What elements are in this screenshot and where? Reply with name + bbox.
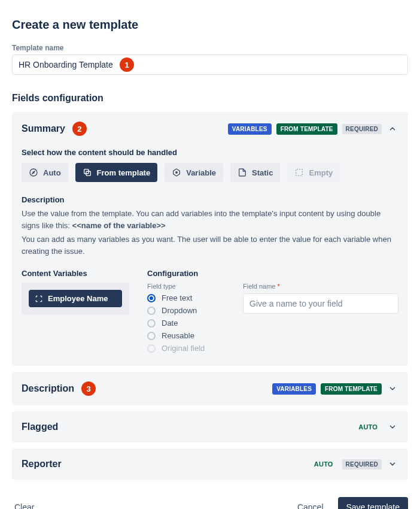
description-heading: Description — [22, 195, 398, 204]
summary-panel: Summary 2 VARIABLES FROM TEMPLATE REQUIR… — [12, 112, 408, 366]
template-name-input[interactable] — [12, 54, 408, 75]
save-template-button[interactable]: Save template — [338, 497, 409, 509]
radio-dropdown[interactable]: Dropdown — [147, 306, 225, 315]
hexagon-icon — [172, 168, 181, 177]
variable-chip-label: Employee Name — [48, 294, 108, 303]
mode-auto-label: Auto — [43, 168, 61, 177]
radio-icon — [147, 294, 156, 302]
svg-point-5 — [176, 172, 178, 174]
description-panel[interactable]: Description 3 VARIABLES FROM TEMPLATE — [12, 372, 408, 405]
reporter-panel-title: Reporter — [22, 459, 62, 469]
tag-auto: AUTO — [310, 458, 337, 470]
description-line1: Use the value from the template. You can… — [22, 208, 398, 231]
reporter-panel[interactable]: Reporter AUTO REQUIRED — [12, 449, 408, 480]
mode-empty-button[interactable]: Empty — [287, 163, 340, 182]
svg-marker-1 — [32, 171, 35, 174]
handling-label: Select how the content should be handled — [22, 148, 398, 157]
field-type-label: Field type — [147, 283, 225, 290]
tag-from-template: FROM TEMPLATE — [321, 383, 382, 395]
step-badge-1: 1 — [120, 57, 134, 72]
summary-title: Summary — [22, 123, 65, 134]
chevron-down-icon[interactable] — [386, 458, 398, 470]
radio-dropdown-label: Dropdown — [162, 306, 197, 315]
flagged-panel[interactable]: Flagged AUTO — [12, 411, 408, 443]
clear-button[interactable]: Clear — [12, 499, 36, 509]
dashed-square-icon — [294, 168, 304, 177]
radio-original-field: Original field — [147, 344, 225, 353]
tag-variables: VARIABLES — [272, 383, 316, 395]
page-title: Create a new template — [12, 18, 408, 32]
field-name-label: Field name * — [243, 283, 398, 290]
radio-icon — [147, 332, 156, 340]
radio-free-text-label: Free text — [162, 293, 192, 302]
radio-reusable-label: Reusable — [162, 331, 194, 340]
radio-icon — [147, 307, 156, 315]
variable-chip-employee-name[interactable]: Employee Name — [29, 290, 122, 307]
description-line2: You can add as many variables as you wan… — [22, 234, 398, 257]
step-badge-2: 2 — [72, 122, 87, 136]
template-name-label: Template name — [12, 44, 408, 52]
copy-icon — [83, 168, 92, 177]
compass-icon — [29, 168, 38, 177]
radio-date-label: Date — [162, 319, 178, 328]
cancel-button[interactable]: Cancel — [295, 499, 326, 509]
chevron-up-icon[interactable] — [386, 123, 398, 135]
tag-auto: AUTO — [354, 421, 382, 433]
chevron-down-icon[interactable] — [386, 383, 398, 395]
radio-reusable[interactable]: Reusable — [147, 331, 225, 340]
flagged-panel-title: Flagged — [22, 422, 58, 432]
tag-from-template: FROM TEMPLATE — [276, 123, 337, 135]
radio-free-text[interactable]: Free text — [147, 293, 225, 302]
radio-icon — [147, 344, 156, 353]
tag-required: REQUIRED — [342, 124, 382, 134]
step-badge-3: 3 — [81, 381, 96, 396]
radio-date[interactable]: Date — [147, 319, 225, 328]
mode-variable-label: Variable — [186, 168, 216, 177]
content-vars-title: Content Variables — [22, 269, 129, 278]
expand-icon — [35, 295, 43, 303]
file-icon — [238, 168, 247, 177]
mode-auto-button[interactable]: Auto — [22, 163, 68, 182]
fields-config-title: Fields configuration — [12, 93, 408, 104]
config-title: Configuration — [147, 269, 225, 278]
description-panel-title: Description — [22, 383, 74, 394]
radio-icon — [147, 319, 156, 328]
mode-empty-label: Empty — [309, 168, 333, 177]
mode-static-button[interactable]: Static — [230, 163, 280, 182]
svg-rect-6 — [296, 169, 303, 176]
tag-required: REQUIRED — [342, 459, 382, 469]
chevron-down-icon[interactable] — [386, 421, 398, 433]
mode-static-label: Static — [252, 168, 273, 177]
mode-from-template-button[interactable]: From template — [75, 163, 158, 182]
mode-variable-button[interactable]: Variable — [165, 163, 223, 182]
mode-from-template-label: From template — [97, 168, 151, 177]
tag-variables: VARIABLES — [228, 123, 272, 135]
radio-original-label: Original field — [162, 344, 205, 353]
field-name-input[interactable] — [243, 293, 398, 314]
